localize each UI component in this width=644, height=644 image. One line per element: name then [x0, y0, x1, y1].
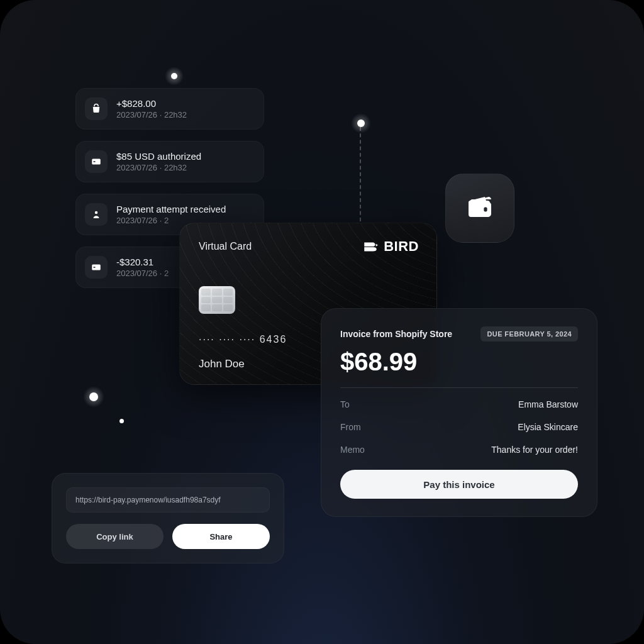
decor-vertical-line — [360, 127, 361, 221]
share-button[interactable]: Share — [172, 524, 270, 549]
invoice-amount: $68.99 — [340, 348, 578, 376]
card-icon — [85, 150, 108, 173]
card-holder-name: John Doe — [199, 358, 245, 370]
transaction-title: -$320.31 — [116, 257, 169, 267]
card-number: ···· ···· ···· 6436 — [199, 334, 287, 345]
transaction-item[interactable]: +$828.00 2023/07/26 · 22h32 — [75, 88, 264, 130]
transaction-subtitle: 2023/07/26 · 22h32 — [116, 110, 187, 119]
pay-invoice-button-label: Pay this invoice — [423, 479, 494, 490]
invoice-from-label: From — [340, 422, 361, 432]
card-brand: BIRD — [362, 238, 419, 255]
share-label: Share — [209, 532, 232, 541]
transaction-title: $85 USD authorized — [116, 151, 201, 162]
copy-link-label: Copy link — [96, 532, 133, 541]
basket-icon — [85, 97, 108, 120]
invoice-row-memo: Memo Thanks for your order! — [340, 438, 578, 461]
person-icon — [85, 203, 108, 226]
invoice-row-to: To Emma Barstow — [340, 393, 578, 416]
pay-invoice-button[interactable]: Pay this invoice — [340, 470, 578, 499]
wallet-tile[interactable] — [445, 174, 514, 243]
invoice-from-value: Elysia Skincare — [518, 422, 578, 432]
svg-point-2 — [95, 211, 98, 214]
canvas: +$828.00 2023/07/26 · 22h32 $85 USD auth… — [0, 0, 644, 644]
divider — [340, 387, 578, 388]
card-icon — [85, 256, 108, 279]
invoice-due-badge: DUE FEBRUARY 5, 2024 — [480, 326, 578, 341]
transaction-subtitle: 2023/07/26 · 2 — [116, 269, 169, 278]
invoice-panel: Invoice from Shopify Store DUE FEBRUARY … — [321, 308, 597, 517]
decor-dot — [357, 119, 365, 127]
decor-dot — [89, 392, 98, 401]
transaction-title: Payment attempt received — [116, 204, 226, 214]
invoice-row-from: From Elysia Skincare — [340, 416, 578, 438]
invoice-memo-label: Memo — [340, 445, 365, 455]
svg-rect-3 — [92, 265, 101, 270]
share-url-field[interactable]: https://bird-pay.paymenow/iusadfh98a7sdy… — [66, 487, 270, 513]
invoice-memo-value: Thanks for your order! — [491, 445, 578, 455]
card-brand-text: BIRD — [384, 238, 419, 255]
svg-rect-4 — [94, 267, 96, 268]
svg-rect-6 — [484, 207, 487, 211]
svg-rect-1 — [94, 161, 96, 162]
card-chip-icon — [199, 286, 235, 314]
transaction-item[interactable]: $85 USD authorized 2023/07/26 · 22h32 — [75, 141, 264, 182]
invoice-to-value: Emma Barstow — [518, 399, 578, 409]
share-panel: https://bird-pay.paymenow/iusadfh98a7sdy… — [52, 473, 284, 564]
decor-dot — [171, 73, 177, 79]
decor-dot — [119, 419, 124, 423]
transaction-subtitle: 2023/07/26 · 22h32 — [116, 163, 201, 172]
invoice-to-label: To — [340, 399, 350, 409]
svg-rect-0 — [92, 159, 101, 165]
bird-logo-icon — [362, 238, 379, 255]
svg-rect-5 — [470, 202, 491, 217]
transaction-title: +$828.00 — [116, 98, 187, 109]
wallet-icon — [465, 192, 495, 225]
invoice-title: Invoice from Shopify Store — [340, 329, 452, 339]
share-url-text: https://bird-pay.paymenow/iusadfh98a7sdy… — [75, 496, 221, 504]
copy-link-button[interactable]: Copy link — [66, 524, 164, 549]
